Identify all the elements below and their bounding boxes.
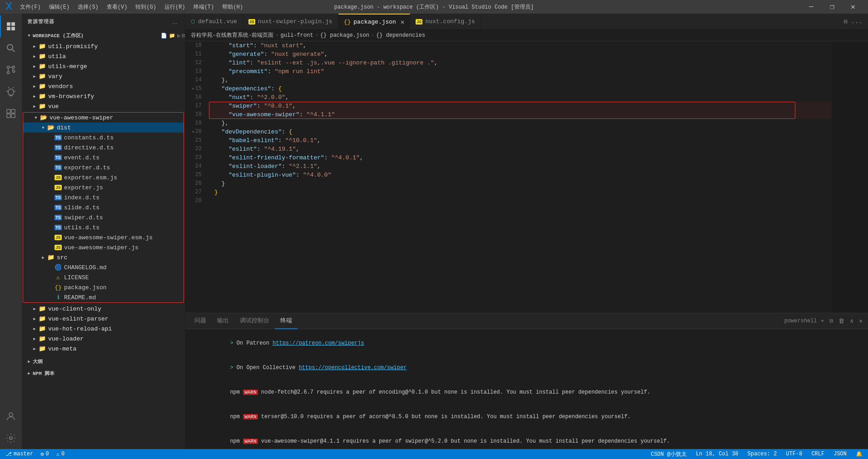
breadcrumb-dependencies[interactable]: {} dependencies bbox=[376, 32, 425, 39]
menu-run[interactable]: 运行(R) bbox=[161, 2, 189, 12]
outline-section[interactable]: 大纲 bbox=[22, 355, 185, 367]
tree-item-exporter-esm-js[interactable]: JS exporter.esm.js bbox=[23, 173, 184, 183]
tab-label: nuxt.config.js bbox=[425, 18, 475, 25]
minimize-button[interactable]: — bbox=[801, 0, 822, 14]
breadcrumb-guli-front[interactable]: guli-front bbox=[281, 32, 313, 39]
tree-item-swiper-d-ts[interactable]: TS swiper.d.ts bbox=[23, 212, 184, 222]
tab-nuxt-swiper-plugin-js[interactable]: JS nuxt-swiper-plugin.js bbox=[243, 14, 338, 30]
new-terminal-button[interactable]: + bbox=[819, 317, 826, 326]
line-num-28: 28 bbox=[185, 197, 205, 205]
maximize-button[interactable]: ❐ bbox=[822, 0, 843, 14]
tree-item-directive-d-ts[interactable]: TS directive.d.ts bbox=[23, 143, 184, 153]
more-actions-button[interactable]: ... bbox=[849, 17, 864, 26]
tree-item-exporter-d-ts[interactable]: TS exporter.d.ts bbox=[23, 163, 184, 173]
tab-default-vue[interactable]: ⬡ default.vue bbox=[185, 14, 243, 30]
item-label: exporter.esm.js bbox=[64, 174, 117, 181]
activity-debug[interactable] bbox=[0, 81, 22, 103]
activity-account[interactable] bbox=[0, 405, 22, 427]
tab-nuxt-config-js[interactable]: JS nuxt.config.js bbox=[410, 14, 481, 30]
error-count: 0 bbox=[45, 451, 49, 457]
tree-item-util-promisify[interactable]: 📁 util.promisify bbox=[22, 41, 185, 51]
file-tree: 📁 util.promisify 📁 utila 📁 utils-merge 📁… bbox=[22, 41, 185, 449]
terminal-tab-terminal[interactable]: 终端 bbox=[275, 313, 298, 329]
tree-item-utila[interactable]: 📁 utila bbox=[22, 51, 185, 61]
terminal-tab-debug[interactable]: 调试控制台 bbox=[234, 313, 275, 329]
menu-edit[interactable]: 编辑(E) bbox=[45, 2, 74, 12]
close-terminal-button[interactable]: ✕ bbox=[857, 316, 864, 326]
tree-item-readme[interactable]: ℹ README.md bbox=[23, 292, 184, 302]
folder-icon: 📁 bbox=[38, 83, 46, 90]
code-line-27: } bbox=[209, 188, 832, 197]
tree-item-vue-client-only[interactable]: 📁 vue-client-only bbox=[22, 304, 185, 314]
notifications-item[interactable]: 🔔 bbox=[854, 451, 864, 458]
encoding-item[interactable]: UTF-8 bbox=[784, 451, 804, 457]
tree-item-event-d-ts[interactable]: TS event.d.ts bbox=[23, 153, 184, 163]
tree-item-vue-awesome-swiper-js[interactable]: JS vue-awesome-swiper.js bbox=[23, 242, 184, 252]
opencollective-link[interactable]: https://opencollective.com/swiper bbox=[299, 365, 407, 371]
menu-view[interactable]: 查看(V) bbox=[103, 2, 131, 12]
tree-item-vue-hot-reload-api[interactable]: 📁 vue-hot-reload-api bbox=[22, 324, 185, 334]
errors-item[interactable]: ⚙ 0 bbox=[39, 451, 50, 458]
kill-terminal-button[interactable]: 🗑 bbox=[837, 317, 846, 326]
tree-item-src[interactable]: 📁 src bbox=[23, 252, 184, 262]
warnings-item[interactable]: ⚠ 0 bbox=[55, 451, 66, 458]
tree-item-package-json[interactable]: {} package.json bbox=[23, 282, 184, 292]
terminal-tab-output[interactable]: 输出 bbox=[212, 313, 234, 329]
activity-search[interactable] bbox=[0, 37, 22, 59]
collapse-all-icon[interactable]: ⊟ bbox=[182, 33, 185, 39]
new-file-icon[interactable]: 📄 bbox=[161, 33, 167, 39]
split-terminal-button[interactable]: ⊟ bbox=[828, 316, 835, 326]
menu-help[interactable]: 帮助(H) bbox=[218, 2, 247, 12]
terminal-tab-issues[interactable]: 问题 bbox=[189, 313, 212, 329]
language-item[interactable]: JSON bbox=[832, 451, 848, 457]
git-branch-item[interactable]: ⎇ master bbox=[4, 451, 35, 458]
tree-item-license[interactable]: ⚠ LICENSE bbox=[23, 272, 184, 282]
activity-git[interactable] bbox=[0, 59, 22, 81]
menu-select[interactable]: 选择(S) bbox=[74, 2, 102, 12]
tree-item-slide-d-ts[interactable]: TS slide.d.ts bbox=[23, 202, 184, 212]
refresh-icon[interactable]: ↻ bbox=[177, 33, 180, 39]
npm-scripts-section[interactable]: NPM 脚本 bbox=[22, 367, 185, 379]
activity-extensions[interactable] bbox=[0, 103, 22, 124]
breadcrumb-package-json[interactable]: {} package.json bbox=[320, 32, 369, 39]
tree-item-vue-meta[interactable]: 📁 vue-meta bbox=[22, 344, 185, 354]
tab-close-button[interactable]: ✕ bbox=[401, 18, 404, 26]
tree-item-vue-loader[interactable]: 📁 vue-loader bbox=[22, 334, 185, 344]
tree-item-vue[interactable]: 📁 vue bbox=[22, 101, 185, 111]
patreon-link[interactable]: https://patreon.com/swiperjs bbox=[273, 340, 364, 346]
tree-item-vue-eslint-parser[interactable]: 📁 vue-eslint-parser bbox=[22, 314, 185, 324]
terminal-text: On Patreon bbox=[237, 340, 273, 346]
tree-item-utils-d-ts[interactable]: TS utils.d.ts bbox=[23, 222, 184, 232]
csdn-item[interactable]: CSDN @小犹太 bbox=[649, 450, 689, 458]
activity-explorer[interactable] bbox=[0, 15, 22, 37]
menu-goto[interactable]: 转到(G) bbox=[132, 2, 160, 12]
code-line-25: "eslint-plugin-vue": "^4.0.0" bbox=[209, 171, 832, 179]
activity-settings[interactable] bbox=[0, 427, 22, 449]
split-editor-button[interactable]: ⊟ bbox=[842, 17, 849, 26]
menu-file[interactable]: 文件(F) bbox=[16, 2, 45, 12]
new-folder-icon[interactable]: 📁 bbox=[169, 33, 175, 39]
tree-item-index-d-ts[interactable]: TS index.d.ts bbox=[23, 192, 184, 202]
tree-item-constants-d-ts[interactable]: TS constants.d.ts bbox=[23, 133, 184, 143]
new-file-button[interactable]: ... bbox=[170, 17, 179, 26]
tree-item-vm-browserify[interactable]: 📁 vm-browserify bbox=[22, 91, 185, 101]
tree-item-utils-merge[interactable]: 📁 utils-merge bbox=[22, 61, 185, 71]
tree-item-vue-awesome-swiper[interactable]: 📂 vue-awesome-swiper bbox=[23, 113, 184, 123]
eol-item[interactable]: CRLF bbox=[809, 451, 826, 457]
tree-item-vue-awesome-swiper-esm-js[interactable]: JS vue-awesome-swiper.esm.js bbox=[23, 232, 184, 242]
code-editor[interactable]: 10 11 12 13 14 ▼15 16 17 18 19 ▼20 21 22… bbox=[185, 41, 868, 313]
menu-terminal[interactable]: 终端(T) bbox=[190, 2, 218, 12]
close-button[interactable]: ✕ bbox=[843, 0, 863, 14]
tree-item-dist[interactable]: 📂 dist bbox=[23, 123, 184, 133]
tree-item-exporter-js[interactable]: JS exporter.js bbox=[23, 183, 184, 192]
tree-item-changelog[interactable]: 🌀 CHANGELOG.md bbox=[23, 262, 184, 272]
line-col-item[interactable]: Ln 18, Col 38 bbox=[694, 451, 740, 457]
workspace-header[interactable]: WORKSPACE (工作区) 📄 📁 ↻ ⊟ bbox=[22, 30, 185, 41]
tree-item-vary[interactable]: 📁 vary bbox=[22, 71, 185, 81]
tree-item-vendors[interactable]: 📁 vendors bbox=[22, 81, 185, 91]
tab-package-json[interactable]: {} package.json ✕ bbox=[338, 14, 411, 30]
code-content[interactable]: "start": "nuxt start", "generate": "nuxt… bbox=[209, 41, 832, 313]
breadcrumb-root[interactable]: 谷粒学苑-在线教育系统-前端页面 bbox=[191, 31, 273, 39]
maximize-terminal-button[interactable]: ∧ bbox=[848, 316, 855, 326]
spaces-item[interactable]: Spaces: 2 bbox=[746, 451, 779, 457]
